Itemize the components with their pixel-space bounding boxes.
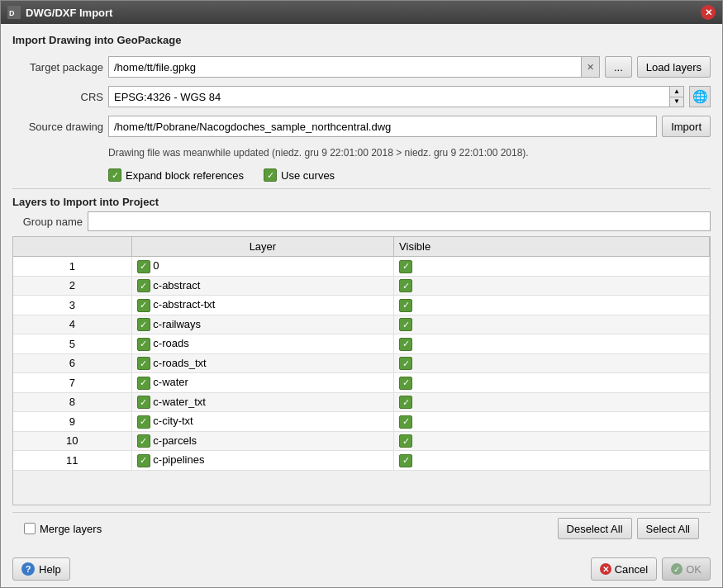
- app-icon: D: [7, 6, 21, 19]
- row-visible: ✓: [394, 431, 710, 451]
- layers-table-container[interactable]: Layer Visible 1✓ 0✓2✓ c-abstract✓3✓ c-ab…: [12, 236, 711, 505]
- main-window: D DWG/DXF Import ✕ Import Drawing into G…: [0, 0, 723, 588]
- row-layer-checkbox[interactable]: ✓: [137, 454, 150, 467]
- source-drawing-label: Source drawing: [12, 121, 103, 133]
- row-visible-checkbox[interactable]: ✓: [399, 415, 412, 429]
- row-layer-checkbox[interactable]: ✓: [137, 338, 150, 351]
- table-row: 9✓ c-city-txt✓: [13, 412, 710, 432]
- row-layer-checkbox[interactable]: ✓: [137, 434, 150, 448]
- row-num: 7: [13, 373, 131, 393]
- table-row: 10✓ c-parcels✓: [13, 431, 710, 451]
- row-layer-name: c-water: [150, 376, 188, 388]
- row-visible: ✓: [394, 315, 710, 334]
- row-num: 10: [13, 431, 131, 451]
- use-curves-checkbox[interactable]: ✓: [264, 168, 277, 182]
- row-layer-name: 0: [150, 259, 159, 272]
- deselect-all-button[interactable]: Deselect All: [558, 518, 632, 539]
- row-layer-checkbox[interactable]: ✓: [137, 260, 150, 273]
- footer-right-buttons: ✕ Cancel ✓ OK: [591, 557, 711, 581]
- row-visible: ✓: [394, 373, 710, 393]
- table-row: 2✓ c-abstract✓: [13, 276, 710, 296]
- merge-layers-item: Merge layers: [24, 523, 102, 535]
- row-visible-checkbox[interactable]: ✓: [399, 454, 412, 467]
- cancel-button[interactable]: ✕ Cancel: [591, 557, 657, 581]
- row-visible: ✓: [394, 451, 710, 471]
- row-num: 9: [13, 412, 131, 432]
- help-icon: ?: [21, 562, 35, 576]
- target-package-input[interactable]: [109, 57, 581, 77]
- crs-spinner: ▲ ▼: [669, 87, 683, 107]
- row-layer: ✓ c-abstract-txt: [131, 296, 393, 315]
- row-layer: ✓ c-railways: [131, 315, 393, 334]
- table-row: 5✓ c-roads✓: [13, 334, 710, 354]
- row-num: 6: [13, 353, 131, 373]
- expand-block-checkbox[interactable]: ✓: [108, 168, 121, 182]
- merge-layers-checkbox[interactable]: [24, 523, 36, 534]
- table-row: 7✓ c-water✓: [13, 373, 710, 393]
- table-row: 6✓ c-roads_txt✓: [13, 353, 710, 373]
- footer-bar: ? Help ✕ Cancel ✓ OK: [1, 554, 722, 587]
- row-num: 8: [13, 392, 131, 412]
- crs-globe-button[interactable]: 🌐: [689, 86, 711, 107]
- row-layer-checkbox[interactable]: ✓: [137, 279, 150, 292]
- import-button[interactable]: Import: [662, 116, 711, 137]
- row-layer-checkbox[interactable]: ✓: [137, 318, 150, 331]
- row-layer-checkbox[interactable]: ✓: [137, 377, 150, 390]
- col-visible-header: Visible: [394, 237, 710, 257]
- window-title: DWG/DXF Import: [26, 7, 696, 19]
- help-button[interactable]: ? Help: [12, 557, 70, 581]
- import-section-title: Import Drawing into GeoPackage: [12, 34, 711, 46]
- row-layer-checkbox[interactable]: ✓: [137, 357, 150, 370]
- crs-input-wrap: ▲ ▼: [108, 86, 684, 107]
- target-package-row: Target package ✕ ... Load layers: [12, 56, 711, 78]
- row-layer: ✓ c-roads: [131, 334, 393, 354]
- cancel-icon: ✕: [600, 563, 611, 575]
- table-row: 11✓ c-pipelines✓: [13, 451, 710, 471]
- row-layer: ✓ 0: [131, 257, 393, 277]
- close-button[interactable]: ✕: [701, 5, 716, 20]
- merge-layers-label: Merge layers: [40, 523, 102, 535]
- row-visible-checkbox[interactable]: ✓: [399, 299, 412, 312]
- row-layer-checkbox[interactable]: ✓: [137, 396, 150, 409]
- table-row: 3✓ c-abstract-txt✓: [13, 296, 710, 315]
- cancel-label: Cancel: [615, 563, 648, 576]
- source-drawing-input[interactable]: [108, 116, 657, 137]
- row-visible-checkbox[interactable]: ✓: [399, 357, 412, 370]
- row-visible-checkbox[interactable]: ✓: [399, 396, 412, 409]
- target-package-clear-btn[interactable]: ✕: [581, 57, 599, 77]
- row-layer-name: c-parcels: [150, 434, 197, 447]
- table-row: 1✓ 0✓: [13, 257, 710, 277]
- row-visible-checkbox[interactable]: ✓: [399, 377, 412, 390]
- row-visible-checkbox[interactable]: ✓: [399, 338, 412, 351]
- crs-spinner-up[interactable]: ▲: [670, 87, 683, 97]
- row-visible: ✓: [394, 392, 710, 412]
- load-layers-button[interactable]: Load layers: [637, 56, 711, 78]
- row-visible: ✓: [394, 353, 710, 373]
- info-text: Drawing file was meanwhile updated (nied…: [108, 147, 711, 159]
- select-all-button[interactable]: Select All: [637, 518, 699, 539]
- row-layer: ✓ c-roads_txt: [131, 353, 393, 373]
- row-visible-checkbox[interactable]: ✓: [399, 260, 412, 273]
- group-name-input[interactable]: [88, 211, 711, 231]
- crs-spinner-down[interactable]: ▼: [670, 97, 683, 107]
- row-num: 11: [13, 451, 131, 471]
- row-layer-checkbox[interactable]: ✓: [137, 299, 150, 312]
- row-visible-checkbox[interactable]: ✓: [399, 279, 412, 292]
- row-visible-checkbox[interactable]: ✓: [399, 318, 412, 331]
- col-num-header: [13, 237, 131, 257]
- crs-input[interactable]: [109, 87, 669, 107]
- table-header-row: Layer Visible: [13, 237, 710, 257]
- browse-button[interactable]: ...: [605, 56, 632, 78]
- row-visible-checkbox[interactable]: ✓: [399, 434, 412, 448]
- group-name-label: Group name: [12, 216, 83, 228]
- ok-button[interactable]: ✓ OK: [662, 557, 711, 581]
- layers-table: Layer Visible 1✓ 0✓2✓ c-abstract✓3✓ c-ab…: [13, 237, 710, 471]
- row-layer: ✓ c-water: [131, 373, 393, 393]
- row-num: 3: [13, 296, 131, 315]
- svg-text:D: D: [9, 9, 15, 17]
- row-layer-checkbox[interactable]: ✓: [137, 415, 150, 429]
- ok-label: OK: [686, 563, 702, 576]
- row-layer-name: c-pipelines: [150, 453, 205, 466]
- row-visible: ✓: [394, 334, 710, 354]
- layers-section-title: Layers to Import into Project: [12, 196, 711, 208]
